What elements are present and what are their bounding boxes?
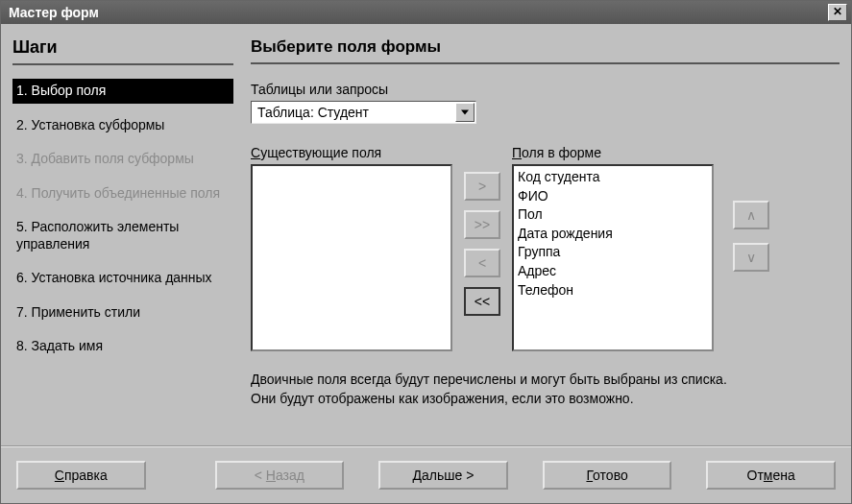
tables-label: Таблицы или запросы [251,82,840,97]
steps-sidebar: Шаги 1. Выбор поля2. Установка субформы3… [12,37,233,436]
window-title: Мастер форм [9,5,99,20]
step-7[interactable]: 7. Применить стили [12,300,233,325]
move-up-button[interactable]: ∧ [733,201,769,229]
main-panel: Выберите поля формы Таблицы или запросы … [251,37,840,436]
dropdown-icon[interactable] [455,103,475,122]
remove-all-button[interactable]: << [464,287,500,316]
transfer-buttons: > >> < << [464,172,500,316]
form-fields-listbox[interactable]: Код студентаФИОПолДата рожденияГруппаАдр… [512,164,714,351]
step-6[interactable]: 6. Установка источника данных [12,266,233,291]
svg-marker-0 [461,110,469,115]
list-item[interactable]: ФИО [518,187,708,206]
page-title: Выберите поля формы [251,37,840,64]
existing-fields-listbox[interactable] [251,164,452,351]
list-item[interactable]: Код студента [518,168,708,187]
existing-fields-label: Существующие поля [251,145,452,160]
step-3: 3. Добавить поля субформы [12,147,233,172]
reorder-buttons: ∧ ∨ [733,201,769,272]
form-fields-label: Поля в форме [512,145,714,160]
list-item[interactable]: Группа [518,243,708,262]
fields-area: Существующие поля > >> < << Поля в форме… [251,145,840,351]
list-item[interactable]: Пол [518,205,708,225]
titlebar: Мастер форм ✕ [1,1,851,24]
back-button[interactable]: < Назад [215,461,345,490]
close-button[interactable]: ✕ [828,4,847,21]
step-1[interactable]: 1. Выбор поля [12,79,233,104]
footer-buttons: Справка < Назад Дальше > Готово Отмена [1,445,851,503]
wizard-window: Мастер форм ✕ Шаги 1. Выбор поля2. Устан… [0,0,852,504]
move-down-button[interactable]: ∨ [733,243,769,272]
list-item[interactable]: Адрес [518,262,708,281]
add-all-button[interactable]: >> [464,210,500,239]
tables-selected-value: Таблица: Студент [257,105,369,120]
finish-button[interactable]: Готово [543,461,672,490]
tables-combobox[interactable]: Таблица: Студент [251,101,476,124]
remove-field-button[interactable]: < [464,249,500,277]
steps-header: Шаги [12,37,233,65]
help-button[interactable]: Справка [16,461,146,490]
next-button[interactable]: Дальше > [378,461,508,490]
dialog-body: Шаги 1. Выбор поля2. Установка субформы3… [1,24,851,445]
list-item[interactable]: Дата рождения [518,225,708,244]
step-8[interactable]: 8. Задать имя [12,334,233,359]
step-2[interactable]: 2. Установка субформы [12,113,233,138]
add-field-button[interactable]: > [464,172,500,201]
hint-text: Двоичные поля всегда будут перечислены и… [251,371,840,408]
step-5[interactable]: 5. Расположить элементы управления [12,215,233,256]
cancel-button[interactable]: Отмена [706,461,836,490]
step-4: 4. Получить объединенные поля [12,181,233,206]
list-item[interactable]: Телефон [518,281,708,300]
